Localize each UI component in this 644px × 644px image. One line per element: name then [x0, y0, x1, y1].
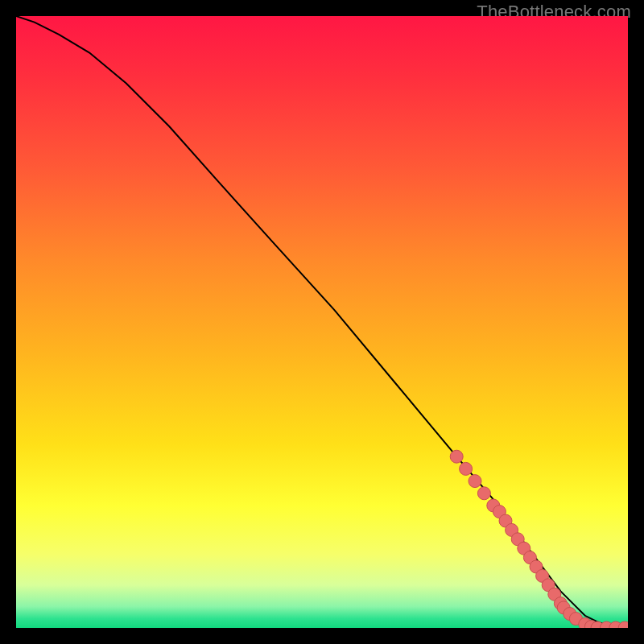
chart-canvas [16, 16, 628, 628]
data-marker [469, 475, 481, 488]
data-marker [460, 462, 473, 475]
data-marker [477, 487, 490, 500]
chart-frame: TheBottleneck.com [0, 0, 644, 644]
data-marker [450, 450, 463, 463]
plot-background [16, 16, 628, 628]
